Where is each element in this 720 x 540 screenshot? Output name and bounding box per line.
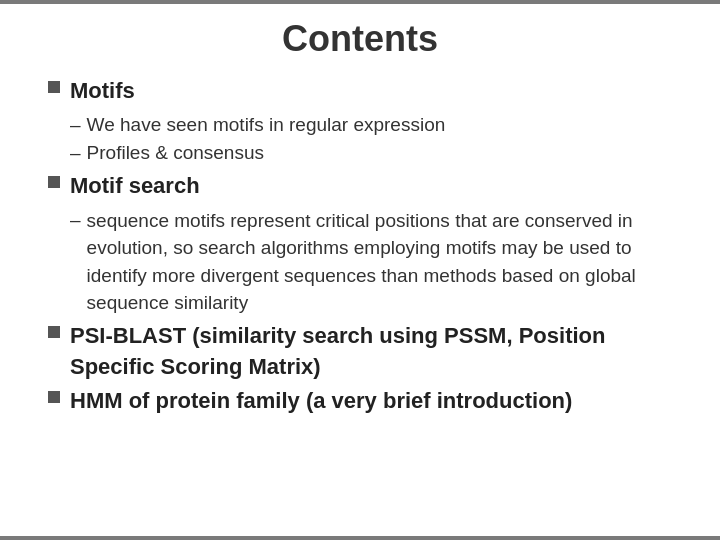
dash-icon: –	[70, 140, 81, 167]
content-area: Motifs – We have seen motifs in regular …	[48, 70, 672, 417]
sub-items-motif-search: – sequence motifs represent critical pos…	[48, 207, 672, 317]
bullet-icon	[48, 391, 60, 403]
slide-title: Contents	[48, 0, 672, 70]
bullet-label: HMM of protein family (a very brief intr…	[70, 386, 572, 417]
list-item: – sequence motifs represent critical pos…	[70, 207, 672, 317]
bottom-border	[0, 536, 720, 540]
list-item: – We have seen motifs in regular express…	[70, 112, 672, 139]
sub-item-text: We have seen motifs in regular expressio…	[87, 112, 446, 139]
list-item: PSI-BLAST (similarity search using PSSM,…	[48, 321, 672, 383]
bullet-icon	[48, 81, 60, 93]
dash-icon: –	[70, 207, 81, 234]
sub-item-text: sequence motifs represent critical posit…	[87, 207, 672, 317]
list-item: – Profiles & consensus	[70, 140, 672, 167]
slide: Contents Motifs – We have seen motifs in…	[0, 0, 720, 540]
bullet-icon	[48, 176, 60, 188]
bullet-label: Motif search	[70, 171, 200, 201]
sub-item-text: Profiles & consensus	[87, 140, 264, 167]
list-item: HMM of protein family (a very brief intr…	[48, 386, 672, 417]
top-border	[0, 0, 720, 4]
bullet-label: Motifs	[70, 76, 135, 106]
list-item: Motif search	[48, 171, 672, 201]
list-item: Motifs	[48, 76, 672, 106]
dash-icon: –	[70, 112, 81, 139]
bullet-label: PSI-BLAST (similarity search using PSSM,…	[70, 321, 672, 383]
sub-items-motifs: – We have seen motifs in regular express…	[48, 112, 672, 167]
bullet-icon	[48, 326, 60, 338]
